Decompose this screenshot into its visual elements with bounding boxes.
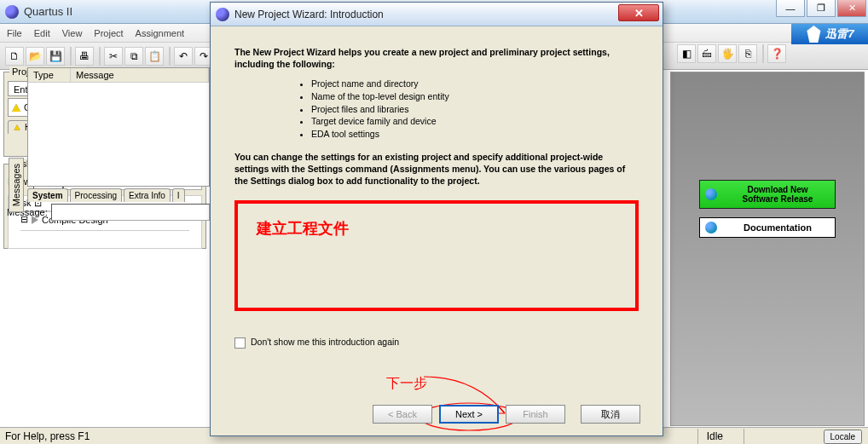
copy-icon[interactable]: ⧉ xyxy=(124,47,143,66)
menu-edit[interactable]: Edit xyxy=(34,28,50,38)
annotation-text-1: 建立工程文件 xyxy=(257,219,616,239)
main-window: Quartus II — ❐ ✕ 迅雷7 File Edit View Proj… xyxy=(0,0,868,444)
documentation-button[interactable]: Documentation xyxy=(699,217,836,238)
dont-show-checkbox[interactable] xyxy=(234,337,246,349)
col-type: Type xyxy=(28,68,71,82)
dont-show-label: Don't show me this introduction again xyxy=(251,337,399,349)
msgtab-info[interactable]: I xyxy=(172,188,185,202)
start-panel: Download New Software Release Documentat… xyxy=(670,72,865,426)
status-idle: Idle xyxy=(697,429,732,444)
menu-project[interactable]: Project xyxy=(94,28,123,38)
status-help: For Help, press F1 xyxy=(5,430,90,442)
dialog-titlebar: New Project Wizard: Introduction ✕ xyxy=(211,3,663,26)
window-maximize-button[interactable]: ❐ xyxy=(807,0,836,17)
print-icon[interactable]: 🖶 xyxy=(75,47,94,66)
download-release-button[interactable]: Download New Software Release xyxy=(699,180,836,209)
msgtab-system[interactable]: System xyxy=(27,188,68,202)
new-project-wizard-dialog: New Project Wizard: Introduction ✕ The N… xyxy=(210,2,663,436)
tool-b-icon[interactable]: 🖮 xyxy=(697,44,716,63)
cut-icon[interactable]: ✂ xyxy=(104,47,123,66)
locale-button[interactable]: Locale xyxy=(824,430,862,444)
tool-a-icon[interactable]: ◧ xyxy=(677,44,696,63)
menu-view[interactable]: View xyxy=(62,28,83,38)
help-icon[interactable]: ❓ xyxy=(767,44,786,63)
cancel-button[interactable]: 取消 xyxy=(581,405,640,424)
menu-file[interactable]: File xyxy=(7,28,22,38)
next-button[interactable]: Next > xyxy=(439,405,499,424)
messages-table[interactable]: Type Message xyxy=(27,67,210,187)
new-file-icon[interactable]: 🗋 xyxy=(5,47,24,66)
annotation-next: 下一步 xyxy=(386,375,427,393)
messages-vertical-label: Messages xyxy=(9,158,24,212)
dialog-para2: You can change the settings for an exist… xyxy=(234,152,639,187)
annotation-redbox: 建立工程文件 xyxy=(234,200,639,311)
globe-icon xyxy=(705,188,717,200)
tool-hand-icon[interactable]: 🖐 xyxy=(718,44,737,63)
window-minimize-button[interactable]: — xyxy=(776,0,805,17)
paste-icon[interactable]: 📋 xyxy=(145,47,164,66)
undo-icon[interactable]: ↶ xyxy=(174,47,193,66)
finish-button: Finish xyxy=(506,405,565,424)
dialog-close-button[interactable]: ✕ xyxy=(618,4,659,21)
dialog-title: New Project Wizard: Introduction xyxy=(234,9,384,20)
menu-assignments[interactable]: Assignment xyxy=(136,28,184,38)
app-icon xyxy=(5,5,19,19)
open-icon[interactable]: 📂 xyxy=(26,47,44,66)
col-message: Message xyxy=(71,68,209,82)
window-close-button[interactable]: ✕ xyxy=(837,0,866,17)
status-locale: Locale xyxy=(744,429,863,444)
app-title: Quartus II xyxy=(24,5,72,18)
back-button: < Back xyxy=(373,405,432,424)
message-input[interactable] xyxy=(51,204,210,221)
xunlei-badge[interactable]: 迅雷7 xyxy=(791,24,868,44)
save-icon[interactable]: 💾 xyxy=(46,47,65,66)
msgtab-extra[interactable]: Extra Info xyxy=(124,188,171,202)
globe-icon xyxy=(705,222,717,234)
msgtab-processing[interactable]: Processing xyxy=(70,188,122,202)
app-icon xyxy=(216,8,229,21)
tool-d-icon[interactable]: ⎘ xyxy=(738,44,757,63)
messages-area: Messages Type Message System Processing … xyxy=(7,67,210,250)
dialog-intro: The New Project Wizard helps you create … xyxy=(234,47,639,70)
dialog-bullet-list: Project name and directory Name of the t… xyxy=(260,78,639,140)
